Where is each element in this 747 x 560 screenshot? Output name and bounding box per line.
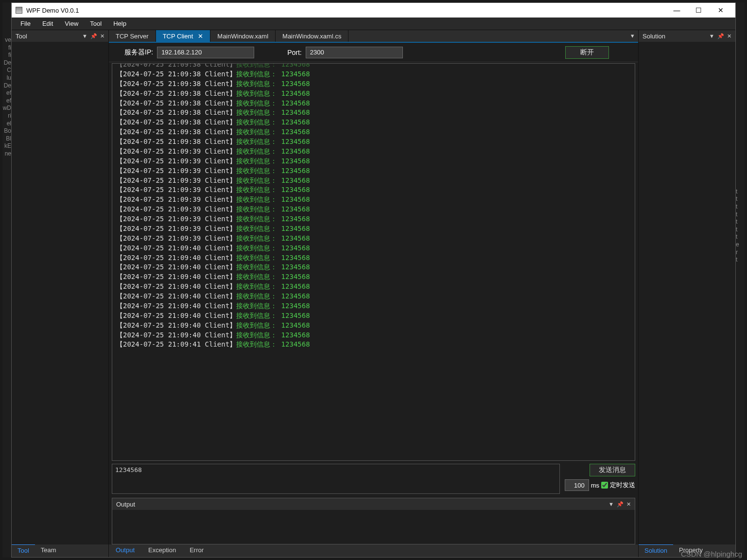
main-window: WPF Demo V0.0.1 — ☐ ✕ FileEditViewToolHe… bbox=[11, 2, 736, 558]
menubar: FileEditViewToolHelp bbox=[12, 18, 735, 30]
app-icon bbox=[16, 7, 22, 14]
log-row: 【2024-07-25 21:09:40 Client】接收到信息： 12345… bbox=[116, 262, 631, 272]
dropdown-icon[interactable]: ▼ bbox=[82, 33, 87, 39]
menu-item-view[interactable]: View bbox=[59, 18, 84, 29]
solution-panel: Solution ▼ 📌 ✕ SolutionProperty bbox=[638, 30, 735, 557]
pin-icon[interactable]: 📌 bbox=[90, 33, 97, 39]
log-row: 【2024-07-25 21:09:38 Client】接收到信息： 12345… bbox=[116, 70, 631, 79]
port-label: Port: bbox=[287, 49, 302, 56]
footer-tab-error[interactable]: Error bbox=[183, 544, 210, 557]
output-panel-header: Output ▼ 📌 ✕ bbox=[112, 498, 635, 510]
maximize-button[interactable]: ☐ bbox=[688, 3, 710, 17]
menu-item-tool[interactable]: Tool bbox=[84, 18, 107, 29]
log-row: 【2024-07-25 21:09:38 Client】接收到信息： 12345… bbox=[116, 118, 631, 127]
close-icon[interactable]: ✕ bbox=[198, 33, 203, 40]
dropdown-icon[interactable]: ▼ bbox=[608, 501, 614, 507]
close-icon[interactable]: ✕ bbox=[626, 501, 631, 508]
footer-tab-tool[interactable]: Tool bbox=[12, 544, 35, 557]
tool-panel-title: Tool bbox=[16, 33, 27, 40]
log-row: 【2024-07-25 21:09:40 Client】接收到信息： 12345… bbox=[116, 253, 631, 263]
tab-mainwindow-xaml[interactable]: MainWindow.xaml bbox=[210, 30, 276, 42]
footer-tab-output[interactable]: Output bbox=[109, 544, 141, 557]
log-row: 【2024-07-25 21:09:38 Client】接收到信息： 12345… bbox=[116, 108, 631, 118]
send-textarea[interactable] bbox=[112, 464, 560, 494]
footer-tab-solution[interactable]: Solution bbox=[639, 544, 673, 557]
ms-label: ms bbox=[591, 482, 599, 489]
tool-panel-body bbox=[12, 42, 108, 544]
connection-row: 服务器IP: Port: 断开 bbox=[109, 43, 638, 62]
close-icon[interactable]: ✕ bbox=[727, 33, 731, 39]
log-row: 【2024-07-25 21:09:38 Client】接收到信息： 12345… bbox=[116, 63, 631, 70]
dropdown-icon[interactable]: ▼ bbox=[709, 33, 714, 39]
center-area: TCP ServerTCP Client✕MainWindow.xamlMain… bbox=[109, 30, 638, 557]
send-button[interactable]: 发送消息 bbox=[590, 464, 635, 476]
close-button[interactable]: ✕ bbox=[710, 3, 731, 17]
footer-tab-exception[interactable]: Exception bbox=[141, 544, 183, 557]
close-icon[interactable]: ✕ bbox=[100, 33, 104, 39]
minimize-button[interactable]: — bbox=[666, 3, 688, 17]
log-row: 【2024-07-25 21:09:39 Client】接收到信息： 12345… bbox=[116, 157, 631, 166]
log-row: 【2024-07-25 21:09:39 Client】接收到信息： 12345… bbox=[116, 234, 631, 244]
watermark: CSDN @hlpinghcg bbox=[681, 550, 742, 558]
log-row: 【2024-07-25 21:09:40 Client】接收到信息： 12345… bbox=[116, 272, 631, 282]
tool-footer-tabs: ToolTeam bbox=[12, 544, 108, 557]
timer-checkbox[interactable] bbox=[601, 482, 608, 489]
log-row: 【2024-07-25 21:09:38 Client】接收到信息： 12345… bbox=[116, 99, 631, 108]
pin-icon[interactable]: 📌 bbox=[617, 501, 624, 508]
log-row: 【2024-07-25 21:09:40 Client】接收到信息： 12345… bbox=[116, 244, 631, 253]
menu-item-file[interactable]: File bbox=[15, 18, 36, 29]
log-row: 【2024-07-25 21:09:38 Client】接收到信息： 12345… bbox=[116, 137, 631, 147]
interval-row: ms 定时发送 bbox=[565, 479, 635, 491]
timer-label: 定时发送 bbox=[610, 481, 635, 490]
menu-item-help[interactable]: Help bbox=[107, 18, 132, 29]
solution-panel-title: Solution bbox=[643, 33, 665, 40]
document-tabs: TCP ServerTCP Client✕MainWindow.xamlMain… bbox=[109, 30, 638, 43]
log-row: 【2024-07-25 21:09:38 Client】接收到信息： 12345… bbox=[116, 79, 631, 89]
log-row: 【2024-07-25 21:09:39 Client】接收到信息： 12345… bbox=[116, 147, 631, 157]
log-area[interactable]: 【2024-07-25 21:09:38 Client】接收到信息： 12345… bbox=[112, 63, 635, 461]
menu-item-edit[interactable]: Edit bbox=[36, 18, 59, 29]
log-row: 【2024-07-25 21:09:39 Client】接收到信息： 12345… bbox=[116, 176, 631, 186]
tcp-client-view: 服务器IP: Port: 断开 【2024-07-25 21:09:38 Cli… bbox=[109, 43, 638, 557]
log-row: 【2024-07-25 21:09:40 Client】接收到信息： 12345… bbox=[116, 331, 631, 340]
log-row: 【2024-07-25 21:09:39 Client】接收到信息： 12345… bbox=[116, 195, 631, 205]
tab-mainwindow-xaml-cs[interactable]: MainWindow.xaml.cs bbox=[276, 30, 348, 42]
output-panel: Output ▼ 📌 ✕ bbox=[112, 498, 635, 544]
output-panel-title: Output bbox=[116, 501, 135, 508]
pin-icon[interactable]: 📌 bbox=[717, 33, 724, 39]
log-row: 【2024-07-25 21:09:39 Client】接收到信息： 12345… bbox=[116, 224, 631, 234]
titlebar: WPF Demo V0.0.1 — ☐ ✕ bbox=[12, 3, 735, 18]
log-row: 【2024-07-25 21:09:39 Client】接收到信息： 12345… bbox=[116, 185, 631, 195]
log-row: 【2024-07-25 21:09:38 Client】接收到信息： 12345… bbox=[116, 127, 631, 137]
log-row: 【2024-07-25 21:09:39 Client】接收到信息： 12345… bbox=[116, 205, 631, 214]
tab-tcp-client[interactable]: TCP Client✕ bbox=[156, 30, 211, 42]
log-row: 【2024-07-25 21:09:41 Client】接收到信息： 12345… bbox=[116, 340, 631, 350]
log-row: 【2024-07-25 21:09:40 Client】接收到信息： 12345… bbox=[116, 282, 631, 292]
window-title: WPF Demo V0.0.1 bbox=[26, 7, 666, 14]
interval-input[interactable] bbox=[565, 479, 589, 491]
footer-tab-team[interactable]: Team bbox=[35, 544, 62, 557]
background-code-right: t t t t t t t e r t bbox=[736, 2, 745, 558]
log-row: 【2024-07-25 21:09:39 Client】接收到信息： 12345… bbox=[116, 166, 631, 176]
log-row: 【2024-07-25 21:09:40 Client】接收到信息： 12345… bbox=[116, 321, 631, 331]
solution-panel-header: Solution ▼ 📌 ✕ bbox=[639, 30, 735, 42]
tool-panel: Tool ▼ 📌 ✕ ToolTeam bbox=[12, 30, 109, 557]
log-row: 【2024-07-25 21:09:40 Client】接收到信息： 12345… bbox=[116, 311, 631, 321]
log-row: 【2024-07-25 21:09:40 Client】接收到信息： 12345… bbox=[116, 292, 631, 301]
server-ip-input[interactable] bbox=[157, 47, 254, 58]
log-row: 【2024-07-25 21:09:40 Client】接收到信息： 12345… bbox=[116, 301, 631, 311]
port-input[interactable] bbox=[306, 47, 403, 58]
background-code-left: ve fi fi De C lu De ef ef wD ri el Bo Bl… bbox=[2, 2, 11, 558]
send-row: 发送消息 ms 定时发送 bbox=[109, 462, 638, 496]
tab-tcp-server[interactable]: TCP Server bbox=[109, 30, 156, 42]
log-row: 【2024-07-25 21:09:39 Client】接收到信息： 12345… bbox=[116, 214, 631, 224]
center-footer-tabs: OutputExceptionError bbox=[109, 544, 638, 557]
disconnect-button[interactable]: 断开 bbox=[565, 46, 609, 59]
tab-overflow-icon[interactable]: ▾ bbox=[627, 30, 638, 42]
solution-panel-body bbox=[639, 42, 735, 544]
server-ip-label: 服务器IP: bbox=[124, 48, 153, 57]
tool-panel-header: Tool ▼ 📌 ✕ bbox=[12, 30, 108, 42]
output-panel-body bbox=[112, 510, 635, 544]
log-row: 【2024-07-25 21:09:38 Client】接收到信息： 12345… bbox=[116, 89, 631, 99]
